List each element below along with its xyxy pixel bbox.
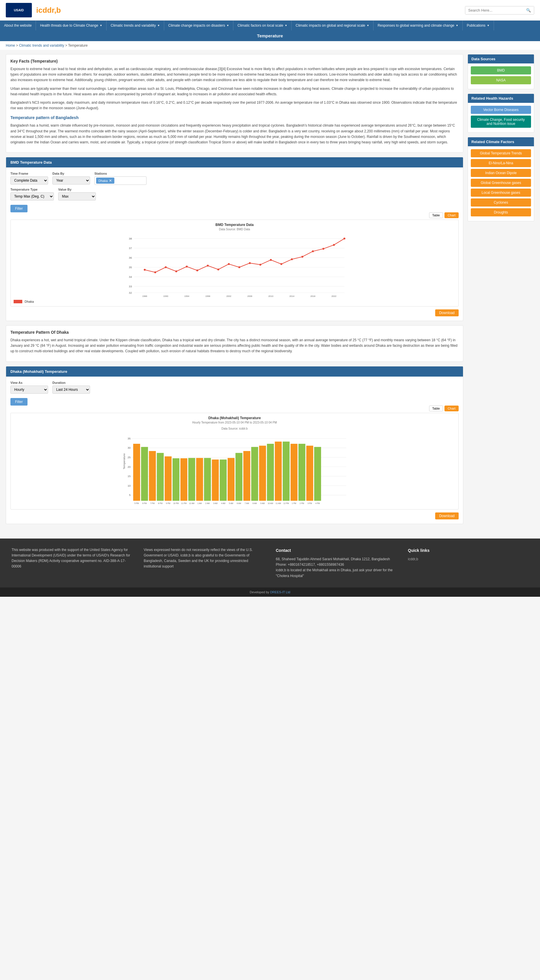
mohakhali-filter-button[interactable]: Filter bbox=[10, 398, 27, 406]
nav-item-climatic-factors[interactable]: Climatic factors on local scale ▼ bbox=[233, 21, 292, 30]
time-frame-group: Time Frame Complete Data Hourly Daily Mo… bbox=[10, 172, 48, 185]
mohakhali-chart-btn[interactable]: Chart bbox=[445, 406, 459, 411]
bar-9 bbox=[196, 458, 203, 501]
dot-19 bbox=[333, 244, 335, 246]
dot-3 bbox=[165, 266, 167, 268]
climate-factor-cyclones[interactable]: Cyclones bbox=[471, 199, 531, 207]
bmd-filter-button[interactable]: Filter bbox=[10, 205, 27, 212]
climate-factor-iod[interactable]: Indian Ocean Dipole bbox=[471, 169, 531, 177]
climate-factor-local-ghg[interactable]: Local Greenhouse gases bbox=[471, 189, 531, 197]
nav-arrow-health: ▼ bbox=[100, 24, 102, 27]
nav-arrow-climatic-impacts: ▼ bbox=[367, 24, 369, 27]
time-frame-select[interactable]: Complete Data Hourly Daily Monthly Yearl… bbox=[10, 177, 48, 185]
nav-label-climatic-impacts: Climatic impacts on global and regional … bbox=[295, 24, 365, 27]
svg-text:11 PM: 11 PM bbox=[181, 502, 187, 504]
data-by-select[interactable]: Year Month Day bbox=[52, 177, 90, 185]
station-close-icon[interactable]: ✕ bbox=[109, 178, 112, 183]
climate-factor-elnino[interactable]: El-Nino/La-Nina bbox=[471, 159, 531, 167]
duration-select[interactable]: Last 24 Hours Last 7 Days Last 30 Days bbox=[52, 385, 90, 394]
bar-17 bbox=[259, 445, 266, 501]
data-source-bmd[interactable]: BMD bbox=[471, 66, 531, 75]
icddr-logo: icddr,b bbox=[36, 6, 61, 15]
nav-item-health[interactable]: Health threats due to Climate Change ▼ bbox=[36, 21, 106, 30]
svg-text:2014: 2014 bbox=[289, 295, 294, 298]
mohakhali-download-row: Download bbox=[10, 512, 459, 519]
dhaka-pattern-text: Dhaka experiences a hot, wet and humid t… bbox=[10, 337, 459, 354]
mohakhali-body: View As Hourly Daily Monthly Duration La… bbox=[6, 377, 463, 524]
bar-21 bbox=[291, 444, 297, 501]
climate-factor-global-ghg[interactable]: Global Greenhouse gases bbox=[471, 179, 531, 187]
nav-item-responses[interactable]: Responses to global warming and climate … bbox=[373, 21, 463, 30]
duration-group: Duration Last 24 Hours Last 7 Days Last … bbox=[52, 381, 90, 394]
bar-12 bbox=[220, 460, 227, 501]
bmd-download-button[interactable]: Download bbox=[435, 309, 459, 317]
nav-arrow-climatic: ▼ bbox=[157, 24, 160, 27]
view-as-group: View As Hourly Daily Monthly bbox=[10, 381, 48, 394]
footer-contact-title: Contact bbox=[276, 547, 396, 554]
svg-text:3 PM: 3 PM bbox=[308, 502, 312, 504]
mohakhali-section: Dhaka (Mohakhali) Temperature View As Ho… bbox=[6, 366, 463, 524]
mohakhali-download-button[interactable]: Download bbox=[435, 512, 459, 519]
health-hazards-body: Vector Borne Diseases Climate Change, Fo… bbox=[468, 103, 534, 132]
nav-label-responses: Responses to global warming and climate … bbox=[378, 24, 454, 27]
nav-item-about[interactable]: About the website bbox=[0, 21, 36, 30]
breadcrumb-home[interactable]: Home bbox=[6, 43, 15, 48]
bar-22 bbox=[299, 444, 305, 501]
climate-factors-box: Related Climate Factors Global Temperatu… bbox=[468, 137, 534, 221]
bmd-table-btn[interactable]: Table bbox=[429, 212, 443, 218]
dot-15 bbox=[291, 258, 293, 261]
svg-text:1994: 1994 bbox=[184, 295, 189, 298]
usaid-text: USAID bbox=[14, 8, 24, 12]
stations-input-area: Dhaka ✕ bbox=[94, 177, 146, 185]
nav-label-health: Health threats due to Climate Change bbox=[40, 24, 98, 27]
svg-text:38: 38 bbox=[129, 237, 132, 240]
footer-contact-note: icddr,b is located at the Mohakhali area… bbox=[276, 568, 396, 579]
svg-text:2006: 2006 bbox=[247, 295, 252, 298]
data-by-label: Data By bbox=[52, 172, 90, 175]
mohakhali-bar-chart: 35 30 25 20 15 10 5 bbox=[14, 433, 456, 506]
health-hazard-climate-food[interactable]: Climate Change, Food security and Nutrit… bbox=[471, 116, 531, 128]
nav-item-climatic[interactable]: Climatic trends and variability ▼ bbox=[106, 21, 164, 30]
bar-10 bbox=[204, 458, 211, 501]
footer-quick-link-icddr[interactable]: icddr,b bbox=[408, 557, 418, 561]
mohakhali-table-btn[interactable]: Table bbox=[429, 406, 443, 411]
nav-label-climate-change: Climate change impacts on disasters bbox=[168, 24, 225, 27]
svg-text:Temperature: Temperature bbox=[122, 453, 125, 469]
breadcrumb-sep1: > bbox=[16, 43, 19, 48]
data-source-nasa[interactable]: NASA bbox=[471, 76, 531, 84]
temp-type-select[interactable]: Temp Max (Deg. C) Temp Min (Deg. C) Temp… bbox=[10, 192, 54, 200]
data-by-group: Data By Year Month Day bbox=[52, 172, 90, 185]
temp-pattern-text: Bangladesh has a humid, warm climate inf… bbox=[10, 123, 459, 145]
climate-factor-droughts[interactable]: Droughts bbox=[471, 208, 531, 216]
mohakhali-header: Dhaka (Mohakhali) Temperature bbox=[6, 366, 463, 377]
value-by-select[interactable]: Max Min Mean bbox=[58, 192, 96, 200]
search-input[interactable] bbox=[465, 6, 523, 14]
bmd-chart-btn[interactable]: Chart bbox=[445, 212, 459, 218]
bar-4 bbox=[157, 453, 164, 501]
breadcrumb-climatic[interactable]: Climatic trends and variability bbox=[19, 43, 64, 48]
breadcrumb: Home > Climatic trends and variability >… bbox=[0, 41, 540, 50]
nav-item-publications[interactable]: Publications ▼ bbox=[463, 21, 494, 30]
svg-text:7 AM: 7 AM bbox=[245, 502, 249, 504]
nav-item-climate-change[interactable]: Climate change impacts on disasters ▼ bbox=[164, 21, 233, 30]
footer-developer-link[interactable]: DREES-IT Ltd bbox=[270, 590, 291, 594]
nav-label-climatic: Climatic trends and variability bbox=[111, 24, 156, 27]
svg-text:5: 5 bbox=[129, 493, 131, 496]
climate-factor-global-temp[interactable]: Global Temperature Trends bbox=[471, 149, 531, 157]
dot-9 bbox=[228, 263, 230, 265]
mohakhali-chart-title: Dhaka (Mohakhali) Temperature bbox=[14, 416, 456, 420]
svg-text:15: 15 bbox=[127, 474, 130, 478]
footer-contact-phone: Phone: +8801674218517, +8801558987436 bbox=[276, 562, 396, 568]
dot-17 bbox=[312, 250, 314, 252]
nav-item-climatic-impacts[interactable]: Climatic impacts on global and regional … bbox=[292, 21, 373, 30]
search-button[interactable]: 🔍 bbox=[523, 6, 534, 14]
footer-developed-prefix: Developed by bbox=[250, 590, 270, 594]
content-area: Key Facts (Temperature) Exposure to extr… bbox=[6, 54, 463, 528]
view-as-select[interactable]: Hourly Daily Monthly bbox=[10, 385, 48, 394]
footer-bottom: Developed by DREES-IT Ltd bbox=[0, 587, 540, 597]
svg-text:30: 30 bbox=[127, 446, 130, 449]
health-hazard-vector[interactable]: Vector Borne Diseases bbox=[471, 106, 531, 114]
bar-20 bbox=[283, 441, 289, 501]
footer-col2: Views expressed herein do not necessaril… bbox=[144, 547, 264, 579]
site-header: USAID icddr,b 🔍 bbox=[0, 0, 540, 21]
